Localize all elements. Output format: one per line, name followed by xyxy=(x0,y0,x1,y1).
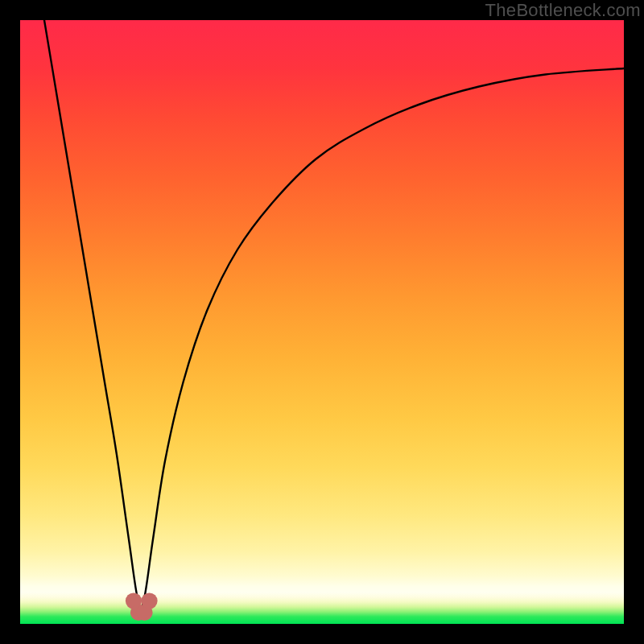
plot-frame xyxy=(20,20,624,624)
watermark-text: TheBottleneck.com xyxy=(485,0,641,21)
bottleneck-curve-path xyxy=(44,20,624,608)
bottleneck-curve-svg xyxy=(20,20,624,624)
marker-dot xyxy=(141,592,157,609)
marker-cluster xyxy=(126,592,158,621)
